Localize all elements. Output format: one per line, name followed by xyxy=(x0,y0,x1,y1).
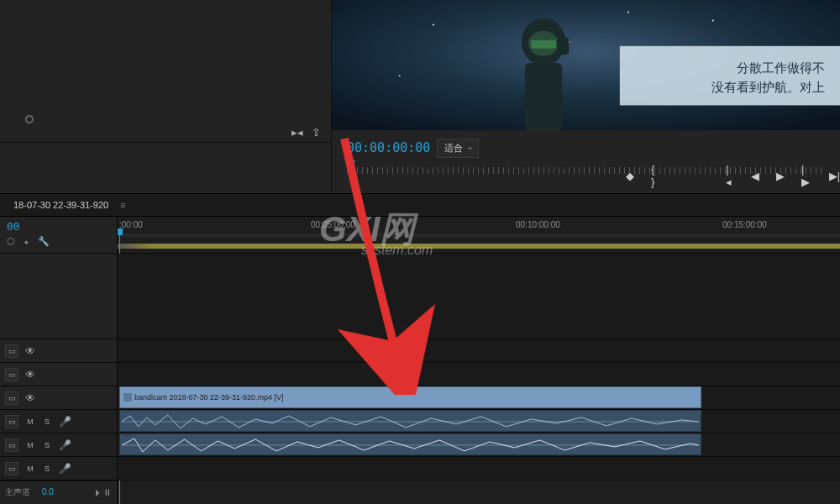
step-forward-icon[interactable]: |▶ xyxy=(801,163,812,188)
track-toggle-icon[interactable]: ▭ xyxy=(5,391,18,405)
source-monitor-panel: ▸◂ ⇪ xyxy=(0,0,332,193)
time-mark: 00:05:00:00 xyxy=(311,220,355,229)
settings-wrench-icon[interactable]: 🔧 xyxy=(38,236,50,247)
sequence-tab[interactable]: 18-07-30 22-39-31-920 xyxy=(5,200,117,210)
subtitle-line-2: 没有看到护航。对上 xyxy=(711,78,825,97)
master-audio-row: 主声道 0.0 ⏵⏸ xyxy=(0,480,117,502)
timeline-playhead[interactable] xyxy=(118,228,123,235)
mic-icon[interactable]: 🎤 xyxy=(59,463,71,475)
sequence-tab-bar: 18-07-30 22-39-31-920 ≡ xyxy=(0,193,840,217)
audio-track-a2[interactable] xyxy=(118,433,840,457)
program-preview: 分散工作做得不 没有看到护航。对上 xyxy=(332,0,840,130)
track-visibility-icon[interactable]: 👁 xyxy=(25,345,35,357)
svg-rect-11 xyxy=(557,38,569,55)
audio-clip-a1[interactable] xyxy=(119,410,701,432)
timeline-tracks-area[interactable]: :00:00 00:05:00:00 00:10:00:00 00:15:00:… xyxy=(118,217,840,504)
track-toggle-icon[interactable]: ▭ xyxy=(5,344,18,358)
mark-out-icon[interactable]: { } xyxy=(651,163,661,188)
video-track-header-v3[interactable]: ▭ 👁 xyxy=(0,339,117,363)
program-timecode[interactable]: 00:00:00:00 xyxy=(347,140,430,155)
audio-clip-a2[interactable] xyxy=(119,433,701,455)
svg-rect-10 xyxy=(531,40,556,49)
insert-icon[interactable]: ▸◂ xyxy=(291,126,303,139)
solo-button[interactable]: S xyxy=(42,441,52,449)
solo-button[interactable]: S xyxy=(42,417,52,426)
time-mark: :00:00 xyxy=(119,220,143,229)
video-track-v1[interactable]: bandicam 2018-07-30 22-39-31-920.mp4 [V] xyxy=(118,386,840,410)
timeline-track-headers: 00 ⬡ ⬥ 🔧 ▭ 👁 ▭ 👁 ▭ 👁 ▭ M S 🎤 xyxy=(0,217,118,504)
svg-point-3 xyxy=(712,20,714,22)
timeline-timecode[interactable]: 00 xyxy=(7,220,110,233)
mark-in-icon[interactable]: ◆ xyxy=(626,170,634,182)
mute-button[interactable]: M xyxy=(25,465,35,473)
audio-track-header-a3[interactable]: ▭ M S 🎤 xyxy=(0,457,117,480)
clip-fx-icon xyxy=(123,393,132,402)
svg-point-5 xyxy=(399,75,401,76)
time-mark: 00:15:00:00 xyxy=(722,220,767,229)
track-toggle-icon[interactable]: ▭ xyxy=(5,368,18,381)
svg-point-6 xyxy=(627,11,629,13)
time-mark: 00:10:00:00 xyxy=(516,220,560,229)
video-track-v2[interactable] xyxy=(118,363,840,386)
source-scrub-handle[interactable] xyxy=(25,115,34,123)
clip-label: bandicam 2018-07-30 22-39-31-920.mp4 [V] xyxy=(134,393,284,402)
source-scrubber[interactable] xyxy=(25,117,306,123)
track-toggle-icon[interactable]: ▭ xyxy=(5,415,18,428)
sequence-menu-icon[interactable]: ≡ xyxy=(120,200,125,210)
go-to-in-icon[interactable]: |◂ xyxy=(726,163,734,188)
subtitle-line-1: 分散工作做得不 xyxy=(711,59,825,78)
audio-track-header-a1[interactable]: ▭ M S 🎤 xyxy=(0,410,117,433)
video-track-v3[interactable] xyxy=(118,339,840,363)
step-back-icon[interactable]: ◀ xyxy=(751,170,759,182)
mic-icon[interactable]: 🎤 xyxy=(59,416,71,428)
snap-icon[interactable]: ⬡ xyxy=(7,236,15,247)
mute-button[interactable]: M xyxy=(25,441,35,449)
audio-track-header-a2[interactable]: ▭ M S 🎤 xyxy=(0,433,117,457)
svg-point-1 xyxy=(433,24,434,26)
track-toggle-icon[interactable]: ▭ xyxy=(5,462,18,475)
mic-icon[interactable]: 🎤 xyxy=(59,439,71,451)
video-clip[interactable]: bandicam 2018-07-30 22-39-31-920.mp4 [V] xyxy=(119,386,701,408)
track-visibility-icon[interactable]: 👁 xyxy=(25,392,35,404)
video-track-header-v2[interactable]: ▭ 👁 xyxy=(0,363,117,386)
svg-rect-8 xyxy=(525,63,562,130)
video-track-header-v1[interactable]: ▭ 👁 xyxy=(0,386,117,410)
mute-button[interactable]: M xyxy=(25,417,35,426)
go-to-out-icon[interactable]: ▶| xyxy=(829,170,840,182)
play-icon[interactable]: ▶ xyxy=(776,170,785,182)
linked-selection-icon[interactable]: ⬥ xyxy=(24,236,29,247)
program-monitor-panel: 分散工作做得不 没有看到护航。对上 00:00:00:00 适合 ◆ { } |… xyxy=(332,0,840,193)
audio-track-a3[interactable] xyxy=(118,457,840,480)
master-output-icon[interactable]: ⏵⏸ xyxy=(93,487,112,497)
zoom-fit-dropdown[interactable]: 适合 xyxy=(437,139,479,158)
track-visibility-icon[interactable]: 👁 xyxy=(25,369,35,381)
audio-track-a1[interactable] xyxy=(118,410,840,433)
solo-button[interactable]: S xyxy=(42,465,52,473)
track-toggle-icon[interactable]: ▭ xyxy=(5,438,18,452)
master-value[interactable]: 0.0 xyxy=(42,487,54,496)
master-label: 主声道 xyxy=(5,486,30,498)
time-ruler[interactable]: :00:00 00:05:00:00 00:10:00:00 00:15:00:… xyxy=(118,217,840,254)
overwrite-icon[interactable]: ⇪ xyxy=(312,126,321,139)
